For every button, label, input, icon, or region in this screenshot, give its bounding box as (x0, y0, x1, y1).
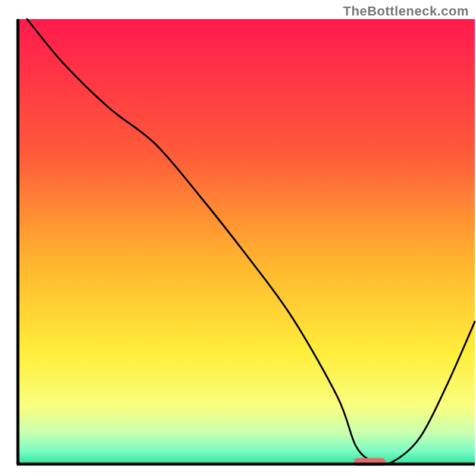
watermark-text: TheBottleneck.com (343, 4, 469, 19)
bottleneck-chart (0, 0, 476, 476)
